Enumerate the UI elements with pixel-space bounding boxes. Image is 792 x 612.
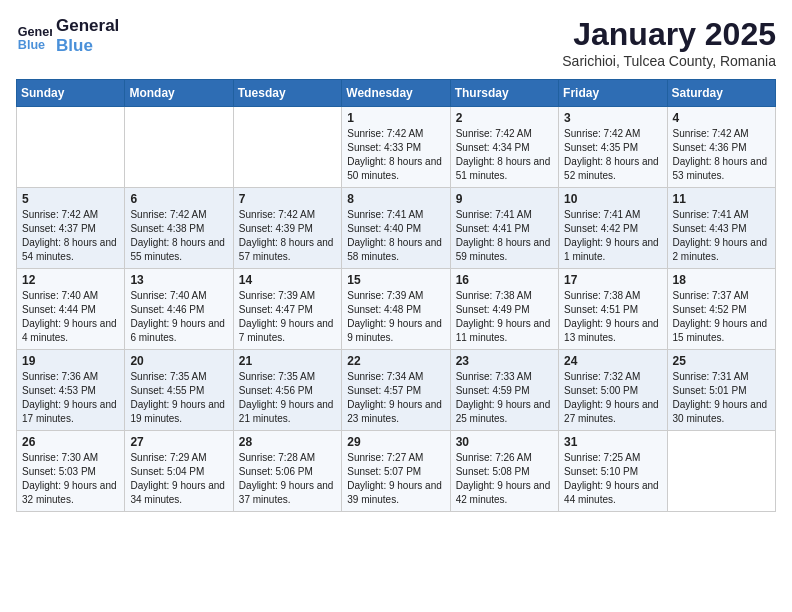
day-number: 26 [22,435,119,449]
calendar-cell: 28Sunrise: 7:28 AM Sunset: 5:06 PM Dayli… [233,431,341,512]
calendar-cell: 8Sunrise: 7:41 AM Sunset: 4:40 PM Daylig… [342,188,450,269]
day-number: 31 [564,435,661,449]
day-info: Sunrise: 7:28 AM Sunset: 5:06 PM Dayligh… [239,451,336,507]
day-number: 11 [673,192,770,206]
month-title: January 2025 [562,16,776,53]
title-block: January 2025 Sarichioi, Tulcea County, R… [562,16,776,69]
weekday-header-tuesday: Tuesday [233,80,341,107]
weekday-header-row: SundayMondayTuesdayWednesdayThursdayFrid… [17,80,776,107]
calendar-cell: 23Sunrise: 7:33 AM Sunset: 4:59 PM Dayli… [450,350,558,431]
day-info: Sunrise: 7:35 AM Sunset: 4:56 PM Dayligh… [239,370,336,426]
calendar-cell: 30Sunrise: 7:26 AM Sunset: 5:08 PM Dayli… [450,431,558,512]
day-number: 21 [239,354,336,368]
day-number: 22 [347,354,444,368]
day-info: Sunrise: 7:31 AM Sunset: 5:01 PM Dayligh… [673,370,770,426]
day-info: Sunrise: 7:38 AM Sunset: 4:49 PM Dayligh… [456,289,553,345]
calendar-cell: 21Sunrise: 7:35 AM Sunset: 4:56 PM Dayli… [233,350,341,431]
calendar-week-row: 26Sunrise: 7:30 AM Sunset: 5:03 PM Dayli… [17,431,776,512]
logo-general: General [56,16,119,36]
calendar-week-row: 5Sunrise: 7:42 AM Sunset: 4:37 PM Daylig… [17,188,776,269]
calendar-cell: 3Sunrise: 7:42 AM Sunset: 4:35 PM Daylig… [559,107,667,188]
day-number: 28 [239,435,336,449]
day-number: 8 [347,192,444,206]
day-number: 15 [347,273,444,287]
day-info: Sunrise: 7:39 AM Sunset: 4:48 PM Dayligh… [347,289,444,345]
calendar-cell: 15Sunrise: 7:39 AM Sunset: 4:48 PM Dayli… [342,269,450,350]
day-info: Sunrise: 7:42 AM Sunset: 4:39 PM Dayligh… [239,208,336,264]
calendar-cell: 5Sunrise: 7:42 AM Sunset: 4:37 PM Daylig… [17,188,125,269]
logo: General Blue General Blue [16,16,119,57]
day-number: 1 [347,111,444,125]
calendar-cell: 7Sunrise: 7:42 AM Sunset: 4:39 PM Daylig… [233,188,341,269]
calendar-cell: 6Sunrise: 7:42 AM Sunset: 4:38 PM Daylig… [125,188,233,269]
day-number: 20 [130,354,227,368]
calendar-table: SundayMondayTuesdayWednesdayThursdayFrid… [16,79,776,512]
calendar-cell [233,107,341,188]
calendar-cell: 2Sunrise: 7:42 AM Sunset: 4:34 PM Daylig… [450,107,558,188]
day-number: 16 [456,273,553,287]
calendar-cell: 12Sunrise: 7:40 AM Sunset: 4:44 PM Dayli… [17,269,125,350]
day-info: Sunrise: 7:42 AM Sunset: 4:37 PM Dayligh… [22,208,119,264]
calendar-cell: 18Sunrise: 7:37 AM Sunset: 4:52 PM Dayli… [667,269,775,350]
day-number: 7 [239,192,336,206]
calendar-cell: 26Sunrise: 7:30 AM Sunset: 5:03 PM Dayli… [17,431,125,512]
day-info: Sunrise: 7:42 AM Sunset: 4:36 PM Dayligh… [673,127,770,183]
calendar-cell: 20Sunrise: 7:35 AM Sunset: 4:55 PM Dayli… [125,350,233,431]
day-info: Sunrise: 7:33 AM Sunset: 4:59 PM Dayligh… [456,370,553,426]
calendar-cell: 31Sunrise: 7:25 AM Sunset: 5:10 PM Dayli… [559,431,667,512]
calendar-cell [667,431,775,512]
day-number: 25 [673,354,770,368]
day-info: Sunrise: 7:38 AM Sunset: 4:51 PM Dayligh… [564,289,661,345]
calendar-week-row: 1Sunrise: 7:42 AM Sunset: 4:33 PM Daylig… [17,107,776,188]
calendar-cell: 10Sunrise: 7:41 AM Sunset: 4:42 PM Dayli… [559,188,667,269]
day-info: Sunrise: 7:42 AM Sunset: 4:38 PM Dayligh… [130,208,227,264]
day-info: Sunrise: 7:36 AM Sunset: 4:53 PM Dayligh… [22,370,119,426]
weekday-header-wednesday: Wednesday [342,80,450,107]
weekday-header-monday: Monday [125,80,233,107]
day-info: Sunrise: 7:42 AM Sunset: 4:34 PM Dayligh… [456,127,553,183]
calendar-cell: 1Sunrise: 7:42 AM Sunset: 4:33 PM Daylig… [342,107,450,188]
day-number: 18 [673,273,770,287]
day-number: 3 [564,111,661,125]
day-number: 12 [22,273,119,287]
day-info: Sunrise: 7:34 AM Sunset: 4:57 PM Dayligh… [347,370,444,426]
weekday-header-sunday: Sunday [17,80,125,107]
calendar-week-row: 19Sunrise: 7:36 AM Sunset: 4:53 PM Dayli… [17,350,776,431]
calendar-cell: 11Sunrise: 7:41 AM Sunset: 4:43 PM Dayli… [667,188,775,269]
day-info: Sunrise: 7:27 AM Sunset: 5:07 PM Dayligh… [347,451,444,507]
day-info: Sunrise: 7:41 AM Sunset: 4:41 PM Dayligh… [456,208,553,264]
location-title: Sarichioi, Tulcea County, Romania [562,53,776,69]
calendar-cell: 25Sunrise: 7:31 AM Sunset: 5:01 PM Dayli… [667,350,775,431]
calendar-cell: 27Sunrise: 7:29 AM Sunset: 5:04 PM Dayli… [125,431,233,512]
day-number: 2 [456,111,553,125]
calendar-cell: 13Sunrise: 7:40 AM Sunset: 4:46 PM Dayli… [125,269,233,350]
logo-icon: General Blue [16,18,52,54]
day-info: Sunrise: 7:40 AM Sunset: 4:46 PM Dayligh… [130,289,227,345]
calendar-cell: 4Sunrise: 7:42 AM Sunset: 4:36 PM Daylig… [667,107,775,188]
day-number: 19 [22,354,119,368]
day-info: Sunrise: 7:42 AM Sunset: 4:35 PM Dayligh… [564,127,661,183]
svg-text:Blue: Blue [18,38,45,52]
day-number: 17 [564,273,661,287]
day-number: 24 [564,354,661,368]
day-number: 5 [22,192,119,206]
day-info: Sunrise: 7:32 AM Sunset: 5:00 PM Dayligh… [564,370,661,426]
day-info: Sunrise: 7:37 AM Sunset: 4:52 PM Dayligh… [673,289,770,345]
day-info: Sunrise: 7:26 AM Sunset: 5:08 PM Dayligh… [456,451,553,507]
weekday-header-friday: Friday [559,80,667,107]
day-info: Sunrise: 7:41 AM Sunset: 4:40 PM Dayligh… [347,208,444,264]
day-number: 10 [564,192,661,206]
calendar-cell: 16Sunrise: 7:38 AM Sunset: 4:49 PM Dayli… [450,269,558,350]
day-number: 4 [673,111,770,125]
day-number: 27 [130,435,227,449]
day-info: Sunrise: 7:29 AM Sunset: 5:04 PM Dayligh… [130,451,227,507]
day-info: Sunrise: 7:41 AM Sunset: 4:43 PM Dayligh… [673,208,770,264]
weekday-header-thursday: Thursday [450,80,558,107]
page-header: General Blue General Blue January 2025 S… [16,16,776,69]
day-info: Sunrise: 7:41 AM Sunset: 4:42 PM Dayligh… [564,208,661,264]
day-number: 23 [456,354,553,368]
calendar-cell: 22Sunrise: 7:34 AM Sunset: 4:57 PM Dayli… [342,350,450,431]
day-number: 14 [239,273,336,287]
calendar-cell: 14Sunrise: 7:39 AM Sunset: 4:47 PM Dayli… [233,269,341,350]
logo-blue: Blue [56,36,119,56]
